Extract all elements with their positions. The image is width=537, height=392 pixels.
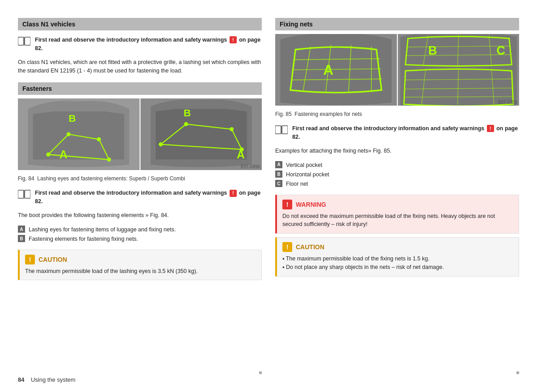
nets-caution-title: CAUTION (296, 243, 324, 251)
book-icon-2 (18, 189, 30, 199)
class-n1-read-box: First read and observe the introductory … (18, 36, 262, 53)
book-icon (18, 36, 30, 46)
svg-text:B: B (183, 108, 191, 119)
footer-section: Using the system (31, 376, 76, 383)
svg-rect-28 (25, 190, 30, 198)
nets-read-box: First read and observe the introductory … (275, 124, 519, 141)
svg-text:C: C (496, 43, 505, 57)
list-item: B Fastening elements for fastening fixin… (18, 234, 262, 244)
net-image-right: B C B3T-0700 (398, 34, 520, 106)
warning-inline-icon-2: ! (230, 190, 237, 197)
svg-point-22 (230, 127, 234, 131)
caution-body: The maximum permissible load of the lash… (25, 267, 256, 276)
nets-caution-body: The maximum permissible load of the fixi… (282, 255, 513, 272)
nets-warning-box: ! WARNING Do not exceed the maximum perm… (275, 195, 519, 234)
warning-title: WARNING (296, 201, 326, 208)
net-image-left: A (275, 34, 398, 106)
svg-point-12 (107, 158, 111, 162)
fasteners-items: A Lashing eyes for fastening items of lu… (18, 225, 262, 244)
caution-title-row: ! CAUTION (25, 255, 256, 264)
fasteners-image-left: A B (18, 98, 141, 170)
list-item: A Lashing eyes for fastening items of lu… (18, 225, 262, 234)
nets-fig-caption: Fig. 85 Fastening examples for nets (275, 111, 519, 117)
fasteners-caution-box: ! CAUTION The maximum permissible load o… (18, 250, 262, 281)
fixing-nets-section: Fixing nets (275, 18, 519, 277)
nets-caution-icon: ! (282, 242, 292, 252)
svg-point-11 (97, 137, 101, 141)
fasteners-read-text: First read and observe the introductory … (35, 189, 262, 206)
svg-point-20 (158, 142, 162, 146)
fasteners-img-code: B3T-0496 (241, 164, 260, 169)
fasteners-image-right: A B A B3T-0496 (141, 98, 262, 170)
caution-title: CAUTION (38, 256, 67, 263)
fasteners-image: A B (18, 98, 262, 170)
svg-point-10 (67, 132, 71, 136)
nets-caution-title-row: ! CAUTION (282, 242, 513, 252)
list-item: B Horizontal pocket (275, 170, 519, 179)
class-n1-title: Class N1 vehicles (18, 18, 262, 30)
scroll-marker-left (259, 371, 262, 374)
book-icon-3 (275, 125, 288, 135)
svg-rect-0 (18, 37, 24, 45)
svg-text:A: A (236, 149, 244, 161)
svg-text:A: A (60, 149, 68, 161)
fasteners-title: Fasteners (18, 82, 262, 95)
svg-point-9 (46, 153, 50, 157)
scroll-marker-right (516, 371, 519, 374)
list-item: C Floor net (275, 179, 519, 189)
fixing-nets-image: A B (275, 34, 519, 106)
svg-rect-27 (18, 190, 24, 198)
warning-inline-icon-3: ! (487, 125, 494, 132)
warning-body: Do not exceed the maximum permissible lo… (282, 212, 513, 229)
svg-rect-55 (282, 126, 288, 134)
fixing-nets-title: Fixing nets (275, 18, 519, 30)
svg-text:B: B (428, 43, 437, 57)
class-n1-section: Class N1 vehicles First read and observe… (18, 18, 262, 75)
nets-read-text: First read and observe the introductory … (292, 124, 519, 141)
page-footer: 84 Using the system (18, 376, 76, 383)
nets-img-code: B3T-0700 (498, 100, 517, 105)
fasteners-read-box: First read and observe the introductory … (18, 189, 262, 206)
warning-icon: ! (282, 200, 292, 209)
caution-icon: ! (25, 255, 35, 264)
class-n1-read-text: First read and observe the introductory … (35, 36, 262, 53)
nets-examples-intro: Examples for attaching the fixing nets» … (275, 147, 519, 155)
class-n1-body: On class N1 vehicles, which are not fitt… (18, 58, 262, 76)
fasteners-body-intro: The boot provides the following fastenin… (18, 211, 262, 220)
nets-items: A Vertical pocket B Horizontal pocket C … (275, 161, 519, 189)
svg-rect-1 (25, 37, 30, 45)
svg-text:A: A (323, 62, 333, 78)
list-item: A Vertical pocket (275, 161, 519, 170)
nets-caution-box: ! CAUTION The maximum permissible load o… (275, 237, 519, 277)
warning-title-row: ! WARNING (282, 200, 513, 209)
fasteners-section: Fasteners (18, 82, 262, 280)
svg-rect-54 (275, 126, 281, 134)
page-number: 84 (18, 376, 24, 383)
svg-point-21 (184, 122, 188, 126)
fasteners-fig-caption: Fig. 84 Lashing eyes and fastening eleme… (18, 175, 262, 182)
warning-inline-icon: ! (230, 36, 237, 43)
svg-text:B: B (68, 113, 76, 124)
